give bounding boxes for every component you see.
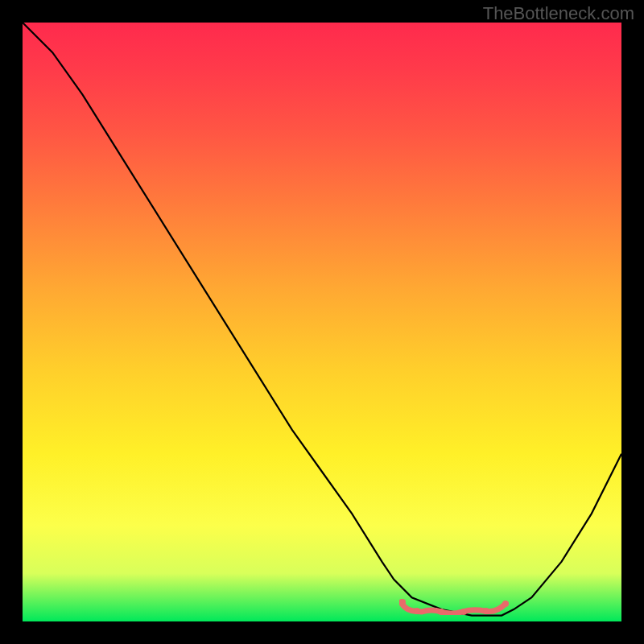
svg-point-5 [502,601,509,607]
svg-point-1 [414,608,420,614]
watermark-text: TheBottleneck.com [483,3,634,24]
optimal-range-highlight [399,599,510,615]
svg-point-0 [399,599,406,605]
svg-point-2 [438,609,444,615]
svg-point-3 [460,609,467,615]
svg-point-4 [483,608,489,614]
bottleneck-curve [23,23,621,621]
plot-area [23,23,621,621]
